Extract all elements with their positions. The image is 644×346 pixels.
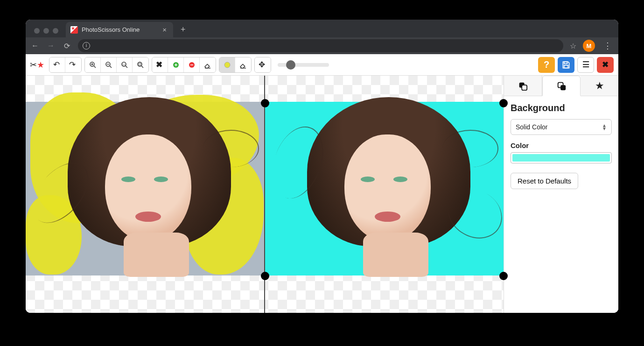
zoom-in-button[interactable] xyxy=(85,57,101,72)
hamburger-icon: ☰ xyxy=(582,61,589,69)
slider-knob[interactable] xyxy=(286,60,295,70)
nav-forward-icon[interactable]: → xyxy=(46,42,56,50)
color-label: Color xyxy=(511,141,612,149)
workspace: ★ Background Solid Color ▲▼ Color Reset … xyxy=(26,76,618,313)
hair-marker-icon xyxy=(223,61,231,69)
svg-line-8 xyxy=(126,66,127,68)
undo-button[interactable]: ↶ xyxy=(49,57,65,72)
svg-line-5 xyxy=(110,66,112,68)
clear-marks-button[interactable]: ✖ xyxy=(152,57,168,72)
select-arrows-icon: ▲▼ xyxy=(602,124,607,130)
zoom-group: 1:1 xyxy=(84,57,149,73)
source-pane[interactable] xyxy=(26,76,265,313)
traffic-max-icon[interactable] xyxy=(53,28,58,34)
result-image[interactable] xyxy=(265,102,504,275)
crop-handle-bl[interactable] xyxy=(261,272,269,280)
save-button[interactable] xyxy=(558,57,574,73)
svg-rect-26 xyxy=(560,85,566,90)
background-icon xyxy=(556,81,567,91)
site-info-icon[interactable]: i xyxy=(83,42,90,49)
close-icon: ✖ xyxy=(602,61,609,69)
mark-background-button[interactable] xyxy=(184,57,200,72)
svg-line-1 xyxy=(94,66,96,68)
color-swatch[interactable] xyxy=(511,152,612,163)
sidebar-tabs: ★ xyxy=(504,76,618,96)
traffic-min-icon[interactable] xyxy=(43,28,49,34)
crop-handle-tr[interactable] xyxy=(499,99,508,107)
help-icon: ? xyxy=(544,59,549,70)
svg-text:1:1: 1:1 xyxy=(122,63,126,65)
tab-title: PhotoScissors Online xyxy=(82,26,157,33)
eraser-icon xyxy=(203,61,212,69)
svg-point-19 xyxy=(224,62,230,68)
help-button[interactable]: ? xyxy=(538,57,555,73)
zoom-fit-button[interactable] xyxy=(133,57,148,72)
browser-tab[interactable]: PhotoScissors Online × xyxy=(66,22,173,37)
minus-circle-icon xyxy=(188,61,196,69)
source-image[interactable] xyxy=(26,102,264,275)
color-swatch-fill xyxy=(512,154,610,162)
background-panel: Background Solid Color ▲▼ Color Reset to… xyxy=(504,96,618,196)
move-icon: ✥ xyxy=(259,61,267,69)
undo-icon: ↶ xyxy=(53,61,62,69)
bookmark-star-icon[interactable]: ☆ xyxy=(570,42,576,50)
tab-background[interactable] xyxy=(542,76,581,96)
zoom-11-icon: 1:1 xyxy=(120,61,129,69)
browser-menu-icon[interactable]: ⋮ xyxy=(602,41,614,51)
crop-handle-tl[interactable] xyxy=(261,99,269,107)
reset-defaults-button[interactable]: Reset to Defaults xyxy=(511,173,578,189)
tab-foreground[interactable] xyxy=(504,76,542,96)
select-value: Solid Color xyxy=(516,123,547,131)
browser-window: PhotoScissors Online × + ← → ⟳ i ☆ M ⋮ ✂… xyxy=(26,20,618,313)
app-toolbar: ✂★ ↶ ↷ 1:1 ✖ xyxy=(26,54,618,76)
svg-rect-24 xyxy=(522,85,527,90)
traffic-close-icon[interactable] xyxy=(34,28,40,34)
favicon-icon xyxy=(70,26,78,34)
nav-back-icon[interactable]: ← xyxy=(30,42,40,50)
close-button[interactable]: ✖ xyxy=(597,57,614,73)
new-tab-button[interactable]: + xyxy=(176,25,190,37)
panel-title: Background xyxy=(511,103,612,113)
nav-reload-icon[interactable]: ⟳ xyxy=(62,42,71,50)
profile-avatar[interactable]: M xyxy=(583,40,595,52)
erase-hair-button[interactable] xyxy=(235,57,251,72)
plus-circle-icon xyxy=(172,61,180,69)
svg-line-11 xyxy=(141,66,143,68)
eraser2-icon xyxy=(239,61,247,69)
hair-group xyxy=(219,57,252,73)
window-controls[interactable] xyxy=(31,28,63,37)
foreground-icon xyxy=(518,81,528,91)
redo-icon: ↷ xyxy=(69,61,77,69)
zoom-out-button[interactable] xyxy=(101,57,117,72)
undo-redo-group: ↶ ↷ xyxy=(49,57,82,73)
sidebar: ★ Background Solid Color ▲▼ Color Reset … xyxy=(504,76,618,313)
mark-foreground-button[interactable] xyxy=(168,57,184,72)
address-field[interactable]: i xyxy=(78,39,563,52)
tab-favorites[interactable]: ★ xyxy=(581,76,618,96)
redo-button[interactable]: ↷ xyxy=(65,57,81,72)
result-pane[interactable] xyxy=(265,76,504,313)
zoom-out-icon xyxy=(105,61,113,69)
app-logo-icon: ✂★ xyxy=(30,58,43,71)
svg-rect-21 xyxy=(564,62,567,64)
clear-icon: ✖ xyxy=(156,61,164,69)
pan-button[interactable]: ✥ xyxy=(255,57,271,72)
mark-hair-button[interactable] xyxy=(219,57,235,72)
canvas-area xyxy=(26,76,504,313)
move-group: ✥ xyxy=(254,57,271,73)
zoom-in-icon xyxy=(89,61,97,69)
app-menu-button[interactable]: ☰ xyxy=(577,57,594,73)
photoscissors-app: ✂★ ↶ ↷ 1:1 ✖ xyxy=(26,54,618,313)
marker-group: ✖ xyxy=(152,57,216,73)
crop-handle-br[interactable] xyxy=(499,272,508,280)
background-mode-select[interactable]: Solid Color ▲▼ xyxy=(511,119,612,135)
tab-close-icon[interactable]: × xyxy=(161,26,168,34)
brush-size-slider[interactable] xyxy=(278,63,329,67)
browser-tabbar: PhotoScissors Online × + xyxy=(26,20,618,37)
save-icon xyxy=(561,60,571,70)
eraser-button[interactable] xyxy=(200,57,216,72)
svg-rect-12 xyxy=(139,63,141,65)
zoom-actual-button[interactable]: 1:1 xyxy=(117,57,133,72)
star-icon: ★ xyxy=(595,80,604,92)
zoom-fit-icon xyxy=(136,61,145,69)
